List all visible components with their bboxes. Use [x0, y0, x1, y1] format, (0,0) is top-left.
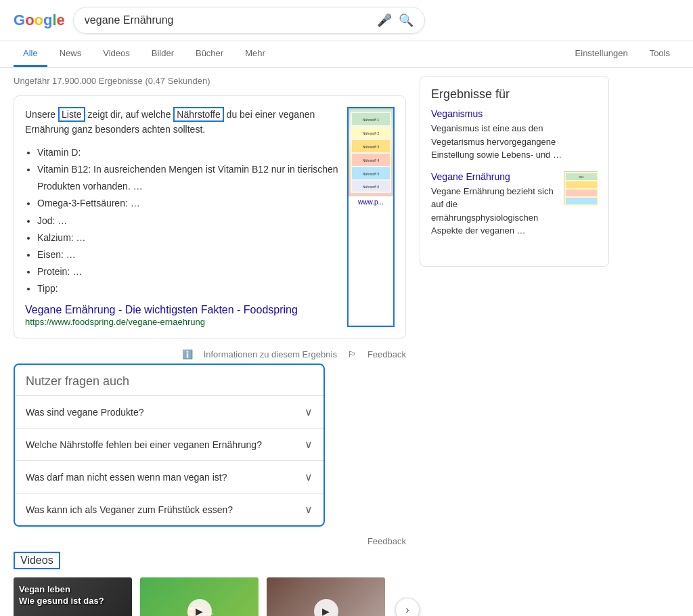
snippet-image-container[interactable]: Nährstoff 1 Nährstoff 2 Nährstoff 3 Nähr… — [347, 107, 395, 327]
right-entry-1: Veganismus Veganismus ist eine aus den V… — [431, 108, 598, 162]
paa-title: Nutzer fragen auch — [15, 365, 323, 395]
search-input[interactable]: vegane Ernährung — [85, 14, 377, 26]
list-item: Jod: … — [37, 213, 339, 229]
feedback-button[interactable]: Feedback — [367, 349, 406, 359]
paa-item-text-3: Was darf man nicht essen wenn man vegan … — [26, 472, 227, 483]
list-item: Omega-3-Fettsäuren: … — [37, 195, 339, 212]
search-bar: vegane Ernährung 🎤 🔍 — [73, 7, 425, 34]
video-card-1: Vegan lebenWie gesund ist das? Doku 29:9… — [14, 577, 132, 616]
svg-rect-21 — [566, 198, 597, 204]
video-thumbnail-1[interactable]: Vegan lebenWie gesund ist das? Doku 29:9 — [14, 577, 132, 616]
list-item: Vitamin D: — [37, 144, 339, 161]
video-overlay-text-1: Vegan lebenWie gesund ist das? — [19, 584, 104, 607]
chevron-down-icon-2: ∨ — [305, 438, 313, 451]
info-text[interactable]: Informationen zu diesem Ergebnis — [204, 349, 337, 359]
list-item: Vitamin B12: In ausreichenden Mengen ist… — [37, 161, 339, 195]
chevron-down-icon-4: ∨ — [305, 503, 313, 516]
tab-mehr[interactable]: Mehr — [236, 41, 275, 67]
snippet-description: Unsere Liste zeigt dir, auf welche Nährs… — [25, 107, 339, 137]
video-card-3: ▶ 7:00 Vegane Ernährung: Vegan essen - f… — [267, 577, 385, 616]
flag-icon: 🏳 — [348, 349, 357, 359]
right-link-2[interactable]: Vegane Ernährung — [431, 171, 557, 182]
highlight-naehrstoffe: Nährstoffe — [173, 107, 223, 122]
featured-snippet: Unsere Liste zeigt dir, auf welche Nährs… — [14, 95, 406, 338]
svg-rect-19 — [566, 181, 597, 188]
videos-section: Videos Vegan lebenWie gesund ist das? Do… — [14, 552, 406, 616]
paa-box: Nutzer fragen auch Was sind vegane Produ… — [14, 364, 325, 527]
paa-item-text-2: Welche Nährstoffe fehlen bei einer vegan… — [26, 439, 262, 450]
svg-text:Nährstoff 2: Nährstoff 2 — [363, 131, 380, 135]
nav-right: Einstellungen Tools — [566, 41, 679, 67]
tab-tools[interactable]: Tools — [640, 41, 679, 67]
paa-item-3[interactable]: Was darf man nicht essen wenn man vegan … — [15, 460, 323, 493]
svg-text:Nährstoff 3: Nährstoff 3 — [363, 145, 380, 149]
snippet-text: Unsere Liste zeigt dir, auf welche Nährs… — [25, 107, 339, 327]
right-entry-image-2: B12 — [564, 171, 598, 205]
list-item: Kalzium: … — [37, 229, 339, 246]
paa-item-text-1: Was sind vegane Produkte? — [26, 407, 144, 418]
svg-text:B12: B12 — [579, 175, 584, 179]
right-link-1[interactable]: Veganismus — [431, 108, 598, 119]
snippet-image: Nährstoff 1 Nährstoff 2 Nährstoff 3 Nähr… — [349, 108, 393, 196]
google-logo: Google — [14, 12, 65, 29]
list-item: Tipp: — [37, 280, 339, 297]
svg-text:Nährstoff 1: Nährstoff 1 — [363, 118, 380, 122]
tab-alle[interactable]: Alle — [14, 41, 47, 67]
right-column: Ergebnisse für Veganismus Veganismus ist… — [420, 76, 609, 616]
source-url: https://www.foodspring.de/vegane-ernaehr… — [25, 317, 205, 327]
list-item: Eisen: … — [37, 246, 339, 263]
paa-item-4[interactable]: Was kann ich als Veganer zum Frühstück e… — [15, 493, 323, 525]
feedback-row: ℹ️ Informationen zu diesem Ergebnis 🏳 Fe… — [14, 345, 406, 364]
svg-text:Nährstoff 5: Nährstoff 5 — [363, 172, 380, 176]
video-thumbnail-3[interactable]: ▶ 7:00 — [267, 577, 385, 616]
right-desc-2: Vegane Ernährung bezieht sich auf die er… — [431, 185, 557, 238]
right-entry-2: Vegane Ernährung Vegane Ernährung bezieh… — [431, 171, 598, 246]
right-panel: Ergebnisse für Veganismus Veganismus ist… — [420, 76, 609, 267]
paa-item-1[interactable]: Was sind vegane Produkte? ∨ — [15, 395, 323, 428]
videos-header: Videos — [14, 552, 60, 569]
videos-next-button[interactable]: › — [395, 598, 420, 616]
tab-bilder[interactable]: Bilder — [142, 41, 183, 67]
tab-videos[interactable]: Videos — [93, 41, 139, 67]
videos-row: Vegan lebenWie gesund ist das? Doku 29:9… — [14, 577, 406, 616]
search-icon[interactable]: 🔍 — [399, 13, 413, 28]
tab-news[interactable]: News — [50, 41, 91, 67]
snippet-list: Vitamin D: Vitamin B12: In ausreichenden… — [25, 144, 339, 298]
right-desc-1: Veganismus ist eine aus den Vegetarismus… — [431, 122, 598, 162]
video-thumbnail-2[interactable]: VEGAN essen oder gefährlich? ▶ 13:47 — [140, 577, 259, 616]
search-icons: 🎤 🔍 — [377, 13, 413, 28]
right-panel-title: Ergebnisse für — [431, 87, 598, 102]
highlight-liste: Liste — [58, 107, 85, 122]
header: Google vegane Ernährung 🎤 🔍 — [0, 0, 693, 41]
microphone-icon[interactable]: 🎤 — [377, 13, 392, 28]
left-column: Ungefähr 17.900.000 Ergebnisse (0,47 Sek… — [14, 76, 406, 616]
paa-feedback[interactable]: Feedback — [14, 533, 406, 552]
svg-text:Nährstoff 4: Nährstoff 4 — [363, 158, 380, 162]
tab-einstellungen[interactable]: Einstellungen — [566, 41, 638, 67]
chevron-down-icon-1: ∨ — [305, 405, 313, 418]
paa-item-text-4: Was kann ich als Veganer zum Frühstück e… — [26, 504, 233, 515]
results-count: Ungefähr 17.900.000 Ergebnisse (0,47 Sek… — [14, 76, 406, 86]
image-source-url: www.p... — [349, 196, 393, 206]
info-icon: ℹ️ — [182, 349, 193, 359]
chevron-down-icon-3: ∨ — [305, 470, 313, 483]
video-card-2: VEGAN essen oder gefährlich? ▶ 13:47 VEG… — [140, 577, 259, 616]
list-item: Protein: … — [37, 263, 339, 280]
main-content: Ungefähr 17.900.000 Ergebnisse (0,47 Sek… — [0, 68, 693, 616]
paa-item-2[interactable]: Welche Nährstoffe fehlen bei einer vegan… — [15, 428, 323, 460]
tab-buecher[interactable]: Bücher — [186, 41, 233, 67]
source-link[interactable]: Vegane Ernährung - Die wichtigsten Fakte… — [25, 304, 339, 327]
nav-tabs: Alle News Videos Bilder Bücher Mehr Eins… — [0, 41, 693, 68]
svg-rect-20 — [566, 190, 597, 196]
source-title-link[interactable]: Vegane Ernährung - Die wichtigsten Fakte… — [25, 304, 298, 315]
svg-text:Nährstoff 6: Nährstoff 6 — [363, 185, 380, 189]
